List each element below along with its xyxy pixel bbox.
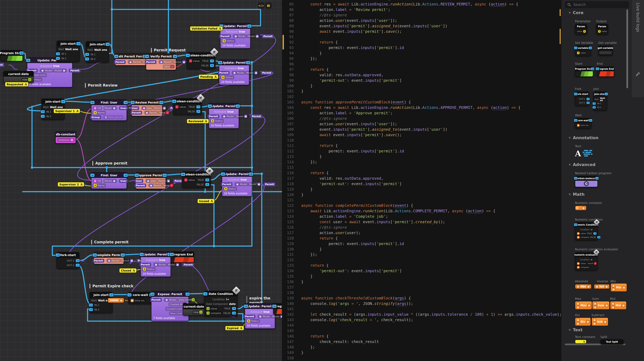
field-chip[interactable]: Permit▣ bbox=[120, 259, 134, 263]
field-chip[interactable]: ▦compare bbox=[576, 266, 590, 269]
exec-in-port[interactable]: → bbox=[150, 292, 155, 296]
annotation-label[interactable]: Supervisor 1A bbox=[54, 109, 80, 113]
number-icon[interactable]: ▦ bbox=[577, 236, 580, 239]
field-chip[interactable]: ◷compare bbox=[205, 311, 222, 315]
exec-in-port[interactable]: → bbox=[574, 46, 578, 49]
field-chip[interactable]: Model▣ bbox=[245, 71, 259, 75]
text-field-icon[interactable]: A bbox=[143, 268, 146, 271]
pal-inv[interactable]: ▦Inv▦ bbox=[594, 284, 610, 289]
pal-abs[interactable]: ▦Abs▦ bbox=[575, 284, 592, 289]
model-cube-icon[interactable]: ▣ bbox=[130, 259, 134, 262]
number-icon[interactable]: ▦ bbox=[576, 285, 580, 288]
exec-in-port[interactable]: → bbox=[172, 99, 177, 103]
exec-in-port[interactable]: → bbox=[88, 303, 93, 307]
model-cube-icon[interactable]: ▣ bbox=[112, 106, 116, 110]
complete-permit[interactable]: Complete Permit→→Permit▣PermitPermit▣Per… bbox=[94, 252, 124, 264]
palette-vertical-scrollbar[interactable] bbox=[626, 9, 628, 88]
exec-in-port[interactable]: → bbox=[203, 292, 208, 296]
number-icon[interactable]: ▦ bbox=[577, 266, 580, 269]
palette-section-annotation[interactable]: ▼Annotation bbox=[569, 135, 598, 140]
boolean-condition-1[interactable]: ifboolean-condition→✓valueTRUE→FALSE→ bbox=[187, 52, 216, 69]
field-chip[interactable]: ▣Permit bbox=[158, 60, 173, 64]
field-chip[interactable]: Valid✓ bbox=[163, 65, 175, 68]
exec-out-port[interactable]: → bbox=[162, 173, 167, 177]
exec-in-port[interactable]: → bbox=[90, 173, 95, 177]
model-cube-icon[interactable]: ▣ bbox=[244, 115, 247, 118]
field-chip[interactable]: ✓value bbox=[188, 59, 201, 63]
field-chip[interactable]: AName bbox=[92, 111, 106, 115]
number-icon[interactable]: ▦ bbox=[586, 320, 590, 323]
clock-icon[interactable]: ◷ bbox=[199, 311, 202, 314]
program-end-1[interactable]: Program End→ bbox=[170, 251, 194, 263]
join-start-2[interactable]: Join-start→WaitWait one→IN-1→IN-2 bbox=[86, 41, 109, 62]
live-build-logs-tab[interactable]: Live build logs bbox=[632, 0, 644, 97]
field-chip[interactable]: ▣Permit bbox=[128, 60, 142, 64]
pal-div[interactable]: ▦▦Div▦ bbox=[575, 318, 591, 326]
field-chip[interactable]: database≡ bbox=[57, 138, 75, 142]
exec-in-port[interactable]: → bbox=[596, 67, 600, 70]
exec-in-port[interactable]: → bbox=[40, 114, 45, 118]
approve-permit[interactable]: Approve Permit→→User▣UserPermit▣PermitPe… bbox=[136, 172, 166, 189]
annotation-label[interactable]: ReviewedA bbox=[187, 119, 209, 124]
find-user-2[interactable]: Find: User→→≡DBModel▣UserAName bbox=[91, 172, 127, 189]
pal-param-in[interactable]: ParamvalueA bbox=[575, 24, 587, 34]
number-icon[interactable]: ▦ bbox=[582, 206, 585, 210]
exec-in-port[interactable]: → bbox=[134, 173, 139, 177]
field-chip[interactable]: Model▣ bbox=[53, 68, 67, 72]
field-chip[interactable]: AStatus bbox=[142, 267, 156, 271]
numeric-constant-node[interactable]: 10000▦ bbox=[108, 298, 124, 303]
pal-carbon-molecule[interactable]: carbon-molecule→→C bbox=[575, 176, 598, 187]
exec-in-port[interactable]: → bbox=[208, 104, 212, 108]
exec-in-port[interactable]: → bbox=[244, 304, 248, 308]
fork-start[interactable]: fork-start→OUT-1→OUT-2→ bbox=[56, 252, 79, 269]
field-chip[interactable]: ▦time ms bbox=[576, 124, 589, 127]
exec-in-port[interactable]: → bbox=[40, 110, 45, 114]
model-cube-icon[interactable]: ▣ bbox=[163, 106, 166, 110]
chevron-down-icon[interactable]: ▼ bbox=[569, 193, 571, 196]
view-code-button[interactable]: </> bbox=[258, 2, 264, 9]
number-icon[interactable]: ▦ bbox=[594, 302, 597, 305]
text-field-icon[interactable]: A bbox=[94, 111, 97, 114]
model-cube-icon[interactable]: ▣ bbox=[236, 183, 239, 186]
exec-port[interactable]: → bbox=[232, 311, 236, 315]
annotation-label[interactable]: ExpiredA bbox=[225, 326, 244, 331]
number-icon[interactable]: ▦ bbox=[622, 286, 626, 289]
exec-port[interactable]: → bbox=[205, 183, 210, 186]
save-button[interactable] bbox=[265, 2, 272, 9]
exec-in-port[interactable]: → bbox=[88, 308, 93, 312]
palette-section-text[interactable]: ▼Text bbox=[569, 328, 582, 332]
clock-icon[interactable]: ◷ bbox=[206, 312, 210, 315]
update-permit-5[interactable]: Update: Permit→→AutosavetruePermit▣Model… bbox=[222, 171, 252, 197]
exec-out-port[interactable]: → bbox=[185, 292, 190, 296]
exec-out-port[interactable]: → bbox=[120, 253, 125, 257]
model-cube-icon[interactable]: ▣ bbox=[154, 263, 158, 266]
field-chip[interactable]: Model▣ bbox=[246, 34, 260, 38]
exec-out-port[interactable]: → bbox=[604, 92, 608, 96]
exec-out-port[interactable]: → bbox=[172, 54, 178, 58]
program-start[interactable]: Program Start→ bbox=[0, 50, 23, 61]
exec-out-port[interactable]: → bbox=[159, 100, 164, 104]
clock-icon[interactable]: ◷ bbox=[28, 78, 32, 81]
check-icon[interactable]: ✓ bbox=[189, 59, 192, 63]
update-permit-6[interactable]: Update: Permit→→AutosavetruePermit▣Model… bbox=[140, 251, 171, 277]
field-chip[interactable]: Model▣ bbox=[271, 315, 282, 318]
exec-port[interactable]: → bbox=[205, 178, 210, 182]
field-chip[interactable]: now◷ bbox=[21, 78, 32, 82]
pal-program-start[interactable]: Program Start→ bbox=[575, 66, 593, 77]
exec-in-port[interactable]: → bbox=[186, 53, 190, 57]
exec-in-port[interactable]: → bbox=[592, 102, 596, 105]
text-field-icon[interactable]: A bbox=[577, 51, 580, 54]
exec-in-port[interactable]: → bbox=[90, 100, 95, 104]
exec-in-port[interactable]: → bbox=[592, 106, 596, 109]
number-icon[interactable]: ▦ bbox=[588, 304, 591, 307]
model-cube-icon[interactable]: ▣ bbox=[280, 315, 282, 318]
number-icon[interactable]: ▦ bbox=[576, 302, 580, 305]
verify-permit[interactable]: Verify Permit→→Permit▣PermitPermit▣Permi… bbox=[146, 53, 176, 70]
model-cube-icon[interactable]: ▣ bbox=[142, 106, 146, 110]
field-chip[interactable]: AStatus bbox=[246, 319, 260, 323]
exec-out-port[interactable]: → bbox=[76, 42, 81, 46]
model-cube-icon[interactable]: ▣ bbox=[160, 60, 163, 64]
model-cube-icon[interactable]: ▣ bbox=[62, 69, 66, 72]
field-chip[interactable]: Permit▣ bbox=[157, 179, 171, 183]
node-graph-canvas[interactable]: </> Permit RequestPermit ReviewApprove p… bbox=[0, 0, 282, 361]
